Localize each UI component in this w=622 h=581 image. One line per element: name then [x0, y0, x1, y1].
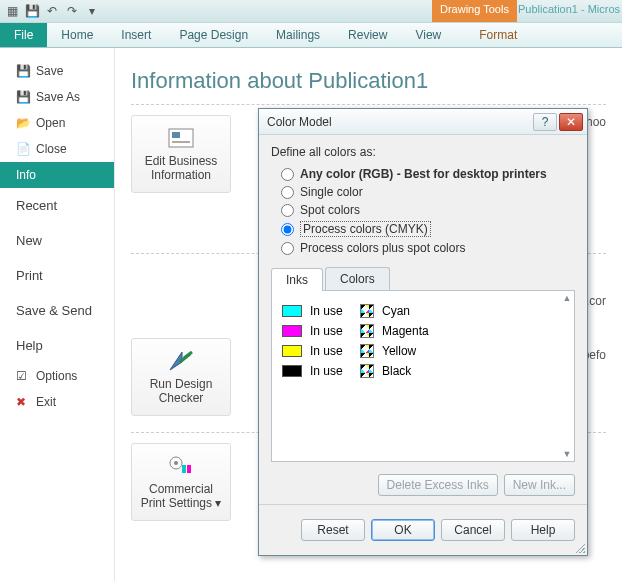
commercial-print-icon — [167, 454, 195, 478]
ink-row-cyan[interactable]: In use Cyan — [282, 301, 564, 321]
radio-any-rgb[interactable]: Any color (RGB) - Best for desktop print… — [271, 165, 575, 183]
nav-save[interactable]: 💾 Save — [0, 58, 114, 84]
run-design-checker-button[interactable]: Run Design Checker — [131, 338, 231, 416]
button-label: Edit Business Information — [136, 154, 226, 183]
tab-page-design[interactable]: Page Design — [165, 23, 262, 47]
ink-name: Cyan — [382, 304, 410, 318]
radio-label: Spot colors — [300, 203, 360, 217]
close-icon: ✕ — [566, 115, 576, 129]
tab-mailings[interactable]: Mailings — [262, 23, 334, 47]
inks-panel: In use Cyan In use Magenta In use Yellow… — [271, 291, 575, 462]
radio-label: Process colors plus spot colors — [300, 241, 465, 255]
help-icon: ? — [542, 115, 549, 129]
nav-open[interactable]: 📂 Open — [0, 110, 114, 136]
page-title: Information about Publication1 — [131, 68, 606, 94]
cmyk-icon — [360, 344, 374, 358]
nav-print[interactable]: Print — [0, 258, 114, 293]
ink-row-black[interactable]: In use Black — [282, 361, 564, 381]
nav-label: Options — [36, 369, 77, 383]
tab-view[interactable]: View — [401, 23, 455, 47]
dialog-close-button[interactable]: ✕ — [559, 113, 583, 131]
redo-icon[interactable]: ↷ — [64, 3, 80, 19]
nav-help[interactable]: Help — [0, 328, 114, 363]
ink-name: Magenta — [382, 324, 429, 338]
nav-recent[interactable]: Recent — [0, 188, 114, 223]
radio-spot-colors[interactable]: Spot colors — [271, 201, 575, 219]
reset-button[interactable]: Reset — [301, 519, 365, 541]
tab-inks[interactable]: Inks — [271, 268, 323, 291]
nav-exit[interactable]: ✖ Exit — [0, 389, 114, 415]
dialog-tabstrip: Inks Colors — [271, 267, 575, 291]
cmyk-icon — [360, 304, 374, 318]
commercial-print-settings-button[interactable]: Commercial Print Settings ▾ — [131, 443, 231, 521]
undo-icon[interactable]: ↶ — [44, 3, 60, 19]
nav-label: Exit — [36, 395, 56, 409]
ink-status: In use — [310, 304, 352, 318]
nav-close[interactable]: 📄 Close — [0, 136, 114, 162]
scroll-up-icon[interactable]: ▲ — [563, 293, 572, 303]
ok-button[interactable]: OK — [371, 519, 435, 541]
swatch-icon — [282, 365, 302, 377]
nav-label: Save — [36, 64, 63, 78]
svg-rect-6 — [187, 465, 191, 473]
help-button[interactable]: Help — [511, 519, 575, 541]
close-icon: 📄 — [16, 142, 30, 156]
save-icon[interactable]: 💾 — [24, 3, 40, 19]
window-title: Publication1 - Micros — [518, 3, 620, 15]
resize-grip[interactable] — [573, 541, 585, 553]
backstage-nav: 💾 Save 💾 Save As 📂 Open 📄 Close Info Rec… — [0, 48, 115, 581]
radio-input[interactable] — [281, 168, 294, 181]
nav-info[interactable]: Info — [0, 162, 114, 188]
radio-input[interactable] — [281, 204, 294, 217]
nav-save-as[interactable]: 💾 Save As — [0, 84, 114, 110]
scrollbar[interactable]: ▲ ▼ — [560, 291, 574, 461]
ink-status: In use — [310, 364, 352, 378]
define-colors-label: Define all colors as: — [271, 145, 575, 159]
svg-point-4 — [174, 461, 178, 465]
radio-input[interactable] — [281, 223, 294, 236]
qat-dropdown-icon[interactable]: ▾ — [84, 3, 100, 19]
tab-format[interactable]: Format — [465, 23, 531, 47]
ink-status: In use — [310, 344, 352, 358]
contextual-tab-label: Drawing Tools — [432, 0, 517, 22]
radio-input[interactable] — [281, 186, 294, 199]
nav-label: Save As — [36, 90, 80, 104]
radio-label: Any color (RGB) - Best for desktop print… — [300, 167, 547, 181]
nav-label: Info — [16, 168, 36, 182]
tab-home[interactable]: Home — [47, 23, 107, 47]
quick-access-toolbar: ▦ 💾 ↶ ↷ ▾ — [0, 3, 100, 19]
ink-status: In use — [310, 324, 352, 338]
nav-new[interactable]: New — [0, 223, 114, 258]
app-icon: ▦ — [4, 3, 20, 19]
title-bar: ▦ 💾 ↶ ↷ ▾ Drawing Tools Publication1 - M… — [0, 0, 622, 22]
ink-row-magenta[interactable]: In use Magenta — [282, 321, 564, 341]
options-icon: ☑ — [16, 369, 30, 383]
tab-colors[interactable]: Colors — [325, 267, 390, 290]
save-icon: 💾 — [16, 64, 30, 78]
radio-process-plus-spot[interactable]: Process colors plus spot colors — [271, 239, 575, 257]
svg-rect-1 — [172, 132, 180, 138]
ink-row-yellow[interactable]: In use Yellow — [282, 341, 564, 361]
dialog-help-button[interactable]: ? — [533, 113, 557, 131]
nav-options[interactable]: ☑ Options — [0, 363, 114, 389]
ribbon: File Home Insert Page Design Mailings Re… — [0, 22, 622, 48]
scroll-down-icon[interactable]: ▼ — [563, 449, 572, 459]
save-as-icon: 💾 — [16, 90, 30, 104]
edit-business-info-button[interactable]: Edit Business Information — [131, 115, 231, 193]
radio-single-color[interactable]: Single color — [271, 183, 575, 201]
dialog-titlebar[interactable]: Color Model ? ✕ — [259, 109, 587, 135]
nav-save-send[interactable]: Save & Send — [0, 293, 114, 328]
ink-name: Black — [382, 364, 411, 378]
color-model-dialog: Color Model ? ✕ Define all colors as: An… — [258, 108, 588, 556]
swatch-icon — [282, 305, 302, 317]
radio-process-cmyk[interactable]: Process colors (CMYK) — [271, 219, 575, 239]
file-tab[interactable]: File — [0, 23, 47, 47]
business-card-icon — [167, 126, 195, 150]
tab-review[interactable]: Review — [334, 23, 401, 47]
radio-label: Process colors (CMYK) — [300, 221, 431, 237]
dialog-body: Define all colors as: Any color (RGB) - … — [259, 135, 587, 555]
cancel-button[interactable]: Cancel — [441, 519, 505, 541]
radio-input[interactable] — [281, 242, 294, 255]
tab-insert[interactable]: Insert — [107, 23, 165, 47]
design-checker-icon — [167, 349, 195, 373]
